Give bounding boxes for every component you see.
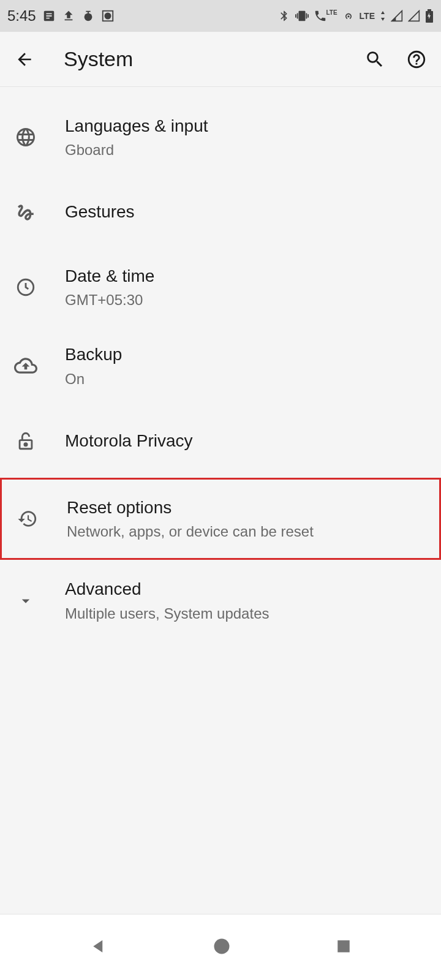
unlock-icon <box>13 429 38 453</box>
settings-item-privacy[interactable]: Motorola Privacy <box>0 405 441 477</box>
status-bar: 5:45 LTE LTE <box>0 0 441 32</box>
list-item-subtitle: GMT+05:30 <box>65 290 428 309</box>
list-item-content: Motorola Privacy <box>65 430 428 452</box>
chevron-down-icon <box>13 589 38 613</box>
square-recent-icon <box>336 938 352 954</box>
bluetooth-icon <box>278 10 290 22</box>
svg-rect-2 <box>86 11 90 12</box>
search-button[interactable] <box>363 47 387 72</box>
list-item-content: Date & time GMT+05:30 <box>65 265 428 310</box>
list-item-title: Reset options <box>67 497 426 519</box>
vibrate-icon <box>295 9 309 23</box>
status-right: LTE LTE <box>278 9 434 23</box>
app-bar: System <box>0 32 441 87</box>
settings-item-languages[interactable]: Languages & input Gboard <box>0 98 441 177</box>
upload-icon <box>62 9 75 23</box>
list-item-content: Reset options Network, apps, or device c… <box>67 497 426 541</box>
help-icon <box>406 49 427 70</box>
history-icon <box>15 507 40 531</box>
list-item-title: Advanced <box>65 578 428 600</box>
document-icon <box>42 9 56 23</box>
list-item-subtitle: On <box>65 369 428 388</box>
signal-2-icon <box>408 10 420 22</box>
list-item-title: Languages & input <box>65 115 428 137</box>
status-left: 5:45 <box>7 7 115 24</box>
list-item-title: Motorola Privacy <box>65 430 428 452</box>
svg-rect-11 <box>338 940 350 952</box>
nav-recent-button[interactable] <box>336 938 352 957</box>
list-item-content: Gestures <box>65 201 428 223</box>
settings-list: Languages & input Gboard Gestures Date &… <box>0 87 441 651</box>
settings-item-gestures[interactable]: Gestures <box>0 177 441 248</box>
settings-item-datetime[interactable]: Date & time GMT+05:30 <box>0 248 441 327</box>
signal-1-icon <box>391 10 403 22</box>
svg-point-9 <box>24 443 27 445</box>
list-item-title: Gestures <box>65 201 428 223</box>
hotspot-icon <box>342 10 355 22</box>
settings-item-backup[interactable]: Backup On <box>0 326 441 405</box>
target-icon <box>101 9 115 23</box>
back-button[interactable] <box>12 47 37 72</box>
list-item-content: Backup On <box>65 344 428 388</box>
call-lte-icon: LTE <box>314 9 337 23</box>
clock-icon <box>13 275 38 300</box>
list-item-title: Backup <box>65 344 428 366</box>
svg-point-0 <box>84 13 92 21</box>
signal-updown-icon <box>380 11 386 21</box>
arrow-back-icon <box>15 50 34 69</box>
list-item-title: Date & time <box>65 265 428 287</box>
svg-rect-6 <box>428 9 431 11</box>
circle-home-icon <box>213 937 231 956</box>
highlight-box: Reset options Network, apps, or device c… <box>0 478 441 560</box>
settings-item-reset[interactable]: Reset options Network, apps, or device c… <box>2 480 439 559</box>
settings-item-advanced[interactable]: Advanced Multiple users, System updates <box>0 561 441 640</box>
svg-point-4 <box>105 13 110 18</box>
svg-point-10 <box>214 938 229 954</box>
nav-home-button[interactable] <box>213 937 231 958</box>
lte-label: LTE <box>360 11 375 21</box>
list-item-subtitle: Multiple users, System updates <box>65 604 428 623</box>
navigation-bar <box>0 914 441 980</box>
list-item-subtitle: Gboard <box>65 140 428 159</box>
gesture-icon <box>13 200 38 225</box>
help-button[interactable] <box>404 47 429 72</box>
nav-back-button[interactable] <box>89 937 108 958</box>
app-icon <box>81 9 95 23</box>
battery-charging-icon <box>425 9 434 23</box>
list-item-subtitle: Network, apps, or device can be reset <box>67 522 426 541</box>
appbar-actions <box>363 47 429 72</box>
status-time: 5:45 <box>7 7 36 24</box>
page-title: System <box>64 47 363 71</box>
cloud-upload-icon <box>13 353 38 378</box>
list-item-content: Languages & input Gboard <box>65 115 428 160</box>
search-icon <box>364 49 385 70</box>
globe-icon <box>13 125 38 149</box>
list-item-content: Advanced Multiple users, System updates <box>65 578 428 623</box>
triangle-back-icon <box>89 937 108 956</box>
